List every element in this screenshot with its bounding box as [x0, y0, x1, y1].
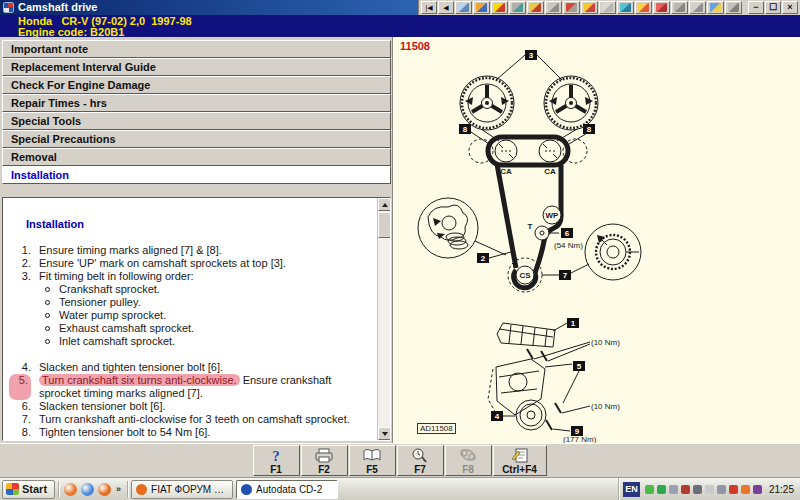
- fkey-help-button[interactable]: ?F1: [253, 445, 300, 476]
- volume-icon[interactable]: [669, 485, 678, 494]
- task-button-browser[interactable]: FIAT ФОРУМ България ...: [131, 480, 233, 499]
- windows-logo-icon: [6, 483, 19, 495]
- svg-text:2: 2: [481, 254, 486, 263]
- menu-item-important-note[interactable]: Important note: [2, 40, 391, 58]
- scroll-up-button[interactable]: [378, 198, 391, 211]
- voip-icon[interactable]: [657, 485, 666, 494]
- language-indicator[interactable]: EN: [623, 482, 640, 497]
- tool-icon[interactable]: [455, 1, 472, 14]
- clock[interactable]: 21:25: [769, 484, 794, 495]
- car-icon[interactable]: [707, 1, 724, 14]
- media-player-icon[interactable]: [64, 483, 77, 496]
- network-error-icon[interactable]: [681, 485, 690, 494]
- battery-icon[interactable]: [725, 1, 742, 14]
- quick-launch: [62, 483, 113, 496]
- fkey-repair-times-button[interactable]: F7: [397, 445, 444, 476]
- scrollbar[interactable]: [377, 198, 390, 440]
- seat-icon[interactable]: [653, 1, 670, 14]
- bullet-icon: [45, 339, 50, 344]
- main-area: Important noteReplacement Interval Guide…: [0, 37, 800, 443]
- update-icon[interactable]: [741, 485, 750, 494]
- lift-icon[interactable]: [545, 1, 562, 14]
- crankshaft-label: CS: [519, 271, 531, 280]
- quick-launch-more[interactable]: »: [116, 484, 121, 494]
- function-key-bar: ?F1F2F5F7F8Ctrl+F4: [0, 443, 800, 477]
- fkey-notes-button[interactable]: Ctrl+F4: [493, 445, 547, 476]
- nav-first-button[interactable]: |◀: [421, 1, 437, 14]
- help-icon: ?: [267, 447, 285, 464]
- messenger-icon[interactable]: [81, 483, 94, 496]
- scroll-down-button[interactable]: [378, 427, 391, 440]
- scroll-thumb[interactable]: [378, 212, 391, 238]
- torque-lower-cover: (10 Nm): [591, 402, 620, 411]
- menu-item-replacement-interval-guide[interactable]: Replacement Interval Guide: [2, 58, 391, 76]
- download-manager-icon[interactable]: [729, 485, 738, 494]
- figure-code: AD11508: [417, 423, 456, 434]
- notes-icon: [510, 447, 530, 464]
- fkey-book-button[interactable]: F5: [349, 445, 396, 476]
- fkey-label: F5: [366, 465, 378, 475]
- restore-button[interactable]: ☐: [765, 1, 781, 14]
- menu-item-installation[interactable]: Installation: [2, 166, 391, 184]
- spray-icon[interactable]: [491, 1, 508, 14]
- callout-4: 4: [491, 411, 503, 421]
- svg-text:1: 1: [571, 319, 576, 328]
- step-row: 8.Tighten tensioner bolt to 54 Nm [6].: [9, 426, 372, 439]
- highlighted-text: Turn crankshaft six turns anti-clockwise…: [39, 374, 240, 386]
- close-button[interactable]: ×: [782, 1, 798, 14]
- step-row: 4.Slacken and tighten tensioner bolt [6]…: [9, 361, 372, 374]
- substep-text: Exhaust camshaft sprocket.: [59, 322, 194, 335]
- input-device-icon[interactable]: [705, 485, 714, 494]
- tensioner-label: T: [528, 222, 533, 231]
- torch-icon[interactable]: [563, 1, 580, 14]
- step-text: Ensure timing marks aligned [7] & [8].: [39, 244, 222, 257]
- gasket-icon[interactable]: [599, 1, 616, 14]
- antivirus-icon[interactable]: [645, 485, 654, 494]
- toolbox-icon[interactable]: [581, 1, 598, 14]
- nav-back-button[interactable]: ◀: [438, 1, 454, 14]
- fkey-print-button[interactable]: F2: [301, 445, 348, 476]
- step-text: Turn crankshaft anti-clockwise for 3 tee…: [39, 413, 350, 426]
- menu-item-special-precautions[interactable]: Special Precautions: [2, 130, 391, 148]
- bullet-icon: [45, 287, 50, 292]
- menu-item-repair-times-hrs[interactable]: Repair Times - hrs: [2, 94, 391, 112]
- horn-icon[interactable]: [635, 1, 652, 14]
- step-row: 6.Slacken tensioner bolt [6].: [9, 400, 372, 413]
- safely-remove-icon[interactable]: [693, 485, 702, 494]
- arrows-icon[interactable]: [527, 1, 544, 14]
- firefox-icon[interactable]: [98, 483, 111, 496]
- gauge-icon[interactable]: [473, 1, 490, 14]
- task-icon: [241, 484, 252, 495]
- step-row: 9.Turn crankshaft two turns anti-clockwi…: [9, 439, 372, 441]
- step-number: 1.: [9, 244, 31, 257]
- step-text: Ensure 'UP' mark on camshaft sprockets a…: [39, 257, 286, 270]
- task-label: Autodata CD-2: [256, 484, 322, 495]
- task-button-autodata[interactable]: Autodata CD-2: [236, 480, 338, 499]
- engine-icon[interactable]: [617, 1, 634, 14]
- warning-icon[interactable]: [689, 1, 706, 14]
- step-number: 3.: [9, 270, 31, 283]
- torque-upper-cover: (10 Nm): [591, 338, 620, 347]
- diagram-pane: 11508: [392, 37, 800, 443]
- fkey-belt-button: F8: [445, 445, 492, 476]
- svg-text:6: 6: [565, 229, 570, 238]
- disc-icon[interactable]: [671, 1, 688, 14]
- crank-sprocket-detail: [585, 224, 641, 280]
- callout-2: 2: [477, 253, 489, 263]
- menu-item-removal[interactable]: Removal: [2, 148, 391, 166]
- task-label: FIAT ФОРУМ България ...: [151, 484, 228, 495]
- substep-row: Tensioner pulley.: [45, 296, 372, 309]
- title-bar: Camshaft drive |◀◀ − ☐ ×: [0, 0, 800, 15]
- torque-pulley: (177 Nm): [563, 435, 597, 443]
- wheel-icon[interactable]: [509, 1, 526, 14]
- substep-row: Exhaust camshaft sprocket.: [45, 322, 372, 335]
- taskbar: Start » FIAT ФОРУМ България ...Autodata …: [0, 477, 800, 500]
- crank-plus-mark: +: [514, 255, 519, 264]
- scheduler-icon[interactable]: [717, 485, 726, 494]
- security-icon[interactable]: [753, 485, 762, 494]
- menu-item-check-for-engine-damage[interactable]: Check For Engine Damage: [2, 76, 391, 94]
- start-button[interactable]: Start: [2, 480, 55, 499]
- minimize-button[interactable]: −: [748, 1, 764, 14]
- menu-item-special-tools[interactable]: Special Tools: [2, 112, 391, 130]
- section-menu: Important noteReplacement Interval Guide…: [2, 40, 391, 184]
